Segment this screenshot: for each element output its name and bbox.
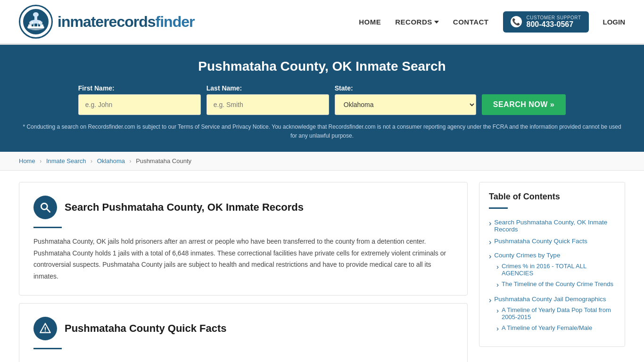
breadcrumb-inmate-search[interactable]: Inmate Search bbox=[46, 157, 86, 165]
toc-title: Table of Contents bbox=[489, 192, 615, 202]
toc-link-female-male[interactable]: A Timeline of Yearly Female/Male bbox=[496, 324, 615, 333]
state-label: State: bbox=[335, 84, 353, 92]
firstname-group: First Name: bbox=[78, 84, 201, 115]
breadcrumb-state[interactable]: Oklahoma bbox=[97, 157, 125, 165]
search-button[interactable]: SEARCH NOW » bbox=[482, 94, 566, 115]
lastname-group: Last Name: bbox=[206, 84, 329, 115]
inmate-records-section: Search Pushmataha County, OK Inmate Reco… bbox=[19, 182, 468, 296]
quick-facts-section: Pushmataha County Quick Facts bbox=[19, 303, 468, 362]
quick-facts-icon bbox=[33, 317, 57, 340]
breadcrumb-sep-1: › bbox=[40, 158, 41, 165]
toc-sub-item-3-2: The Timeline of the County Crime Trends bbox=[496, 279, 615, 291]
toc-link-quick-facts[interactable]: Pushmataha County Quick Facts bbox=[489, 238, 615, 247]
nav-records[interactable]: RECORDS bbox=[395, 18, 439, 26]
magnifier-icon bbox=[39, 201, 51, 214]
state-group: State: Oklahoma Alabama Alaska Arizona A… bbox=[335, 84, 476, 115]
lastname-label: Last Name: bbox=[206, 84, 242, 92]
svg-rect-12 bbox=[39, 22, 40, 25]
toc-sub-item-3-1: Crimes % in 2016 - TOTAL ALL AGENCIES bbox=[496, 261, 615, 279]
toc-list: Search Pushmataha County, OK Inmate Reco… bbox=[489, 216, 615, 337]
chevron-down-icon bbox=[434, 21, 439, 24]
breadcrumb-sep-3: › bbox=[130, 158, 132, 165]
nav-contact[interactable]: CONTACT bbox=[453, 18, 489, 26]
logo-icon bbox=[19, 5, 53, 39]
breadcrumb-home[interactable]: Home bbox=[19, 157, 35, 165]
svg-line-16 bbox=[47, 209, 50, 213]
svg-point-6 bbox=[33, 12, 39, 17]
content-area: Search Pushmataha County, OK Inmate Reco… bbox=[19, 182, 468, 362]
section2-divider bbox=[33, 348, 62, 349]
svg-rect-10 bbox=[29, 22, 31, 25]
toc-item-3: County Crimes by Type Crimes % in 2016 -… bbox=[489, 249, 615, 293]
main-content: Search Pushmataha County, OK Inmate Reco… bbox=[0, 171, 644, 362]
nav-home[interactable]: HOME bbox=[359, 18, 381, 26]
toc-link-crime-timeline[interactable]: The Timeline of the County Crime Trends bbox=[496, 280, 615, 289]
section2-title: Pushmataha County Quick Facts bbox=[65, 322, 227, 335]
toc-box: Table of Contents Search Pushmataha Coun… bbox=[479, 182, 625, 347]
svg-rect-8 bbox=[34, 24, 37, 26]
sidebar: Table of Contents Search Pushmataha Coun… bbox=[479, 182, 625, 362]
toc-sub-4: A Timeline of Yearly Data Pop Total from… bbox=[489, 304, 615, 335]
section1-header: Search Pushmataha County, OK Inmate Reco… bbox=[33, 196, 453, 219]
search-hero: Pushmataha County, OK Inmate Search Firs… bbox=[0, 45, 644, 152]
disclaimer-text: * Conducting a search on Recordsfinder.c… bbox=[19, 123, 625, 140]
logo-area: inmaterecordsfinder bbox=[19, 5, 194, 39]
toc-sub-item-4-2: A Timeline of Yearly Female/Male bbox=[496, 322, 615, 335]
toc-link-crimes-2016[interactable]: Crimes % in 2016 - TOTAL ALL AGENCIES bbox=[496, 263, 615, 277]
search-section-icon bbox=[33, 196, 57, 219]
breadcrumb-county: Pushmataha County bbox=[136, 157, 191, 165]
support-number: 800-433-0567 bbox=[527, 20, 581, 29]
toc-sub-item-4-1: A Timeline of Yearly Data Pop Total from… bbox=[496, 304, 615, 322]
firstname-label: First Name: bbox=[78, 84, 115, 92]
site-header: inmaterecordsfinder HOME RECORDS CONTACT… bbox=[0, 0, 644, 45]
toc-sub-3: Crimes % in 2016 - TOTAL ALL AGENCIES Th… bbox=[489, 261, 615, 291]
support-label: CUSTOMER SUPPORT bbox=[527, 15, 581, 20]
headset-icon: 📞 bbox=[511, 16, 522, 27]
section1-divider bbox=[33, 227, 62, 228]
toc-link-county-crimes[interactable]: County Crimes by Type bbox=[489, 252, 615, 261]
toc-item-1: Search Pushmataha County, OK Inmate Reco… bbox=[489, 216, 615, 235]
svg-rect-13 bbox=[41, 22, 42, 25]
main-nav: HOME RECORDS CONTACT 📞 CUSTOMER SUPPORT … bbox=[359, 11, 625, 33]
section2-header: Pushmataha County Quick Facts bbox=[33, 317, 453, 340]
alert-icon bbox=[39, 322, 51, 335]
toc-link-yearly-data[interactable]: A Timeline of Yearly Data Pop Total from… bbox=[496, 306, 615, 321]
customer-support-box[interactable]: 📞 CUSTOMER SUPPORT 800-433-0567 bbox=[503, 11, 589, 33]
nav-login[interactable]: LOGIN bbox=[603, 18, 626, 26]
breadcrumb-sep-2: › bbox=[91, 158, 92, 165]
svg-rect-14 bbox=[28, 28, 43, 30]
section1-body: Pushmataha County, OK jails hold prisone… bbox=[33, 236, 453, 282]
state-select[interactable]: Oklahoma Alabama Alaska Arizona Arkansas… bbox=[335, 94, 476, 115]
svg-point-18 bbox=[45, 331, 46, 332]
toc-link-inmate-records[interactable]: Search Pushmataha County, OK Inmate Reco… bbox=[489, 219, 615, 233]
toc-link-demographics[interactable]: Pushmataha County Jail Demographics bbox=[489, 296, 615, 304]
logo-text: inmaterecordsfinder bbox=[58, 13, 194, 31]
page-title: Pushmataha County, OK Inmate Search bbox=[19, 59, 625, 74]
toc-divider bbox=[489, 207, 508, 209]
breadcrumb: Home › Inmate Search › Oklahoma › Pushma… bbox=[0, 152, 644, 171]
lastname-input[interactable] bbox=[206, 94, 329, 115]
toc-item-2: Pushmataha County Quick Facts bbox=[489, 235, 615, 249]
toc-item-4: Pushmataha County Jail Demographics A Ti… bbox=[489, 293, 615, 337]
svg-rect-11 bbox=[32, 22, 33, 25]
section1-title: Search Pushmataha County, OK Inmate Reco… bbox=[65, 201, 304, 214]
search-form: First Name: Last Name: State: Oklahoma A… bbox=[19, 84, 625, 115]
firstname-input[interactable] bbox=[78, 94, 201, 115]
